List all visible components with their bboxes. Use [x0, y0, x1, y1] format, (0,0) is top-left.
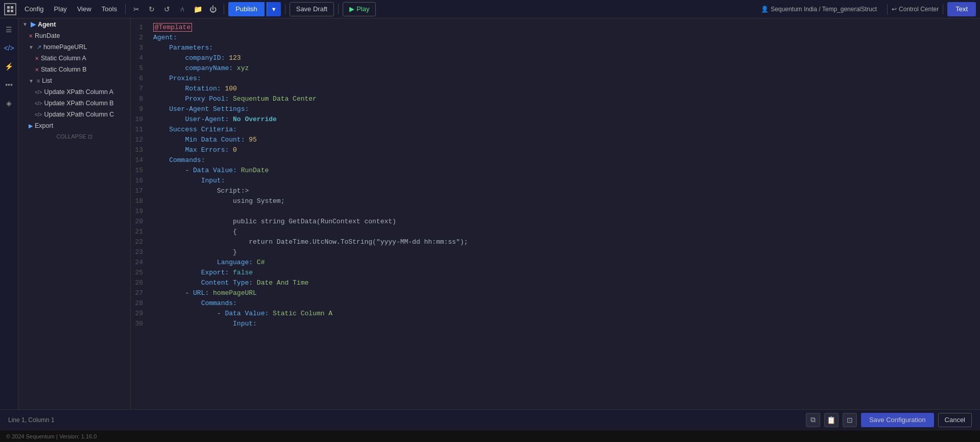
publish-dropdown-button[interactable]: ▼	[267, 2, 281, 16]
updatexpatha-icon: </>	[35, 89, 42, 95]
sep4	[338, 4, 339, 14]
code-line-14: 14 Commands:	[131, 155, 980, 166]
fork-icon[interactable]: ⑃	[176, 3, 189, 16]
line-number: 21	[131, 227, 151, 237]
line-number: 9	[131, 104, 151, 114]
control-center-link[interactable]: ↩ Control Center	[892, 6, 939, 13]
play-button[interactable]: ▶ Play	[343, 2, 376, 16]
tree-item-export[interactable]: ▶ Export	[18, 120, 130, 131]
line-content: Proxy Pool: Sequentum Data Center	[151, 94, 980, 104]
cancel-button[interactable]: Cancel	[938, 413, 972, 427]
menu-play[interactable]: Play	[50, 3, 71, 15]
copy-icon[interactable]: ⧉	[806, 413, 820, 427]
line-content: Export: false	[151, 268, 980, 278]
text-button[interactable]: Text	[947, 2, 976, 16]
code-line-22: 22 return DateTime.UtcNow.ToString("yyyy…	[131, 237, 980, 247]
line-content: {	[151, 227, 980, 237]
code-line-12: 12 Min Data Count: 95	[131, 135, 980, 145]
line-number: 3	[131, 43, 151, 53]
power-icon[interactable]: ⏻	[206, 3, 220, 16]
line-content: companyName: xyz	[151, 63, 980, 74]
refresh-icon[interactable]: ↻	[145, 3, 158, 16]
tree-item-staticcola[interactable]: ✕ Static Column A	[18, 53, 130, 64]
line-number: 7	[131, 84, 151, 94]
tree-item-agent[interactable]: ▼ ▶ Agent	[18, 18, 130, 30]
menu-config[interactable]: Config	[20, 3, 48, 15]
tree-item-updatexpathc[interactable]: </> Update XPath Column C	[18, 109, 130, 120]
line-number: 23	[131, 247, 151, 258]
tree-staticcolb-label: Static Column B	[41, 66, 87, 73]
tree-item-staticcolb[interactable]: ✕ Static Column B	[18, 64, 130, 75]
footer-copyright: © 2024 Sequentum | Version: 1.16.0	[6, 433, 97, 439]
line-number: 8	[131, 94, 151, 104]
code-line-29: 29 - Data Value: Static Column A	[131, 309, 980, 319]
line-number: 29	[131, 309, 151, 319]
lightning-sidebar-icon[interactable]: ⚡	[2, 59, 16, 74]
toolbar: Config Play View Tools ✂ ↻ ↺ ⑃ 📁 ⏻ Publi…	[0, 0, 980, 18]
line-content: }	[151, 247, 980, 258]
paste-icon[interactable]: 📋	[824, 413, 839, 427]
menu-tools[interactable]: Tools	[98, 3, 121, 15]
homepageurl-arrow-icon: ▼	[29, 44, 34, 50]
dots-sidebar-icon[interactable]: •••	[2, 78, 16, 92]
menu-view[interactable]: View	[73, 3, 95, 15]
user-icon-small: 👤	[761, 6, 769, 13]
list-arrow-icon: ▼	[29, 78, 34, 84]
tree-item-homepageurl[interactable]: ▼ ↗ homePageURL	[18, 41, 130, 53]
expand-icon[interactable]: ⊡	[843, 413, 857, 427]
line-content: Min Data Count: 95	[151, 135, 980, 145]
save-configuration-button[interactable]: Save Configuration	[861, 413, 934, 427]
main-area: ☰ </> ⚡ ••• ◈ ▼ ▶ Agent ✕ RunDate ▼ ↗ ho…	[0, 18, 980, 409]
line-content: Commands:	[151, 298, 980, 309]
code-line-2: 2Agent:	[131, 33, 980, 43]
collapse-button[interactable]: COLLAPSE ⊡	[18, 131, 130, 142]
tree-panel: ▼ ▶ Agent ✕ RunDate ▼ ↗ homePageURL ✕ St…	[18, 18, 131, 409]
app-logo[interactable]	[4, 3, 16, 15]
tree-item-rundate[interactable]: ✕ RunDate	[18, 30, 130, 41]
line-content: Content Type: Date And Time	[151, 278, 980, 288]
svg-rect-0	[7, 6, 10, 9]
code-line-10: 10 User-Agent: No Override	[131, 114, 980, 125]
homepageurl-icon: ↗	[37, 44, 41, 51]
tree-item-updatexpatha[interactable]: </> Update XPath Column A	[18, 86, 130, 98]
tree-item-updatexpathb[interactable]: </> Update XPath Column B	[18, 98, 130, 109]
line-number: 24	[131, 258, 151, 268]
code-line-27: 27 - URL: homePageURL	[131, 288, 980, 298]
tree-list-label: List	[42, 77, 52, 84]
line-content: Proxies:	[151, 74, 980, 84]
line-number: 1	[131, 22, 151, 33]
tree-rundate-label: RunDate	[35, 32, 60, 39]
line-content: public string GetData(RunContext context…	[151, 217, 980, 227]
code-line-19: 19	[131, 206, 980, 217]
editor-content[interactable]: 1@Template2Agent:3 Parameters:4 companyI…	[131, 18, 980, 409]
redo-icon[interactable]: ↺	[160, 3, 174, 16]
code-line-1: 1@Template	[131, 22, 980, 33]
line-number: 13	[131, 145, 151, 155]
code-line-23: 23 }	[131, 247, 980, 258]
save-draft-button[interactable]: Save Draft	[290, 2, 334, 16]
code-sidebar-icon[interactable]: </>	[2, 41, 16, 55]
code-line-7: 7 Rotation: 100	[131, 84, 980, 94]
code-line-21: 21 {	[131, 227, 980, 237]
line-content: using System;	[151, 196, 980, 206]
code-line-8: 8 Proxy Pool: Sequentum Data Center	[131, 94, 980, 104]
folder-icon[interactable]: 📁	[191, 3, 204, 16]
staticcola-icon: ✕	[35, 56, 39, 61]
cut-icon[interactable]: ✂	[130, 3, 143, 16]
publish-button[interactable]: Publish	[228, 2, 265, 16]
export-icon: ▶	[29, 123, 33, 129]
line-content: Agent:	[151, 33, 980, 43]
agent-arrow-icon: ▼	[22, 21, 28, 27]
line-number: 2	[131, 33, 151, 43]
sep6	[943, 4, 943, 14]
code-line-3: 3 Parameters:	[131, 43, 980, 53]
code-line-17: 17 Script:>	[131, 186, 980, 196]
line-number: 10	[131, 114, 151, 125]
line-number: 19	[131, 206, 151, 217]
menu-sidebar-icon[interactable]: ☰	[2, 22, 16, 37]
line-number: 18	[131, 196, 151, 206]
user-sidebar-icon[interactable]: ◈	[2, 96, 16, 110]
line-number: 6	[131, 74, 151, 84]
exit-icon: ↩	[892, 6, 897, 13]
tree-item-list[interactable]: ▼ ≡ List	[18, 75, 130, 86]
